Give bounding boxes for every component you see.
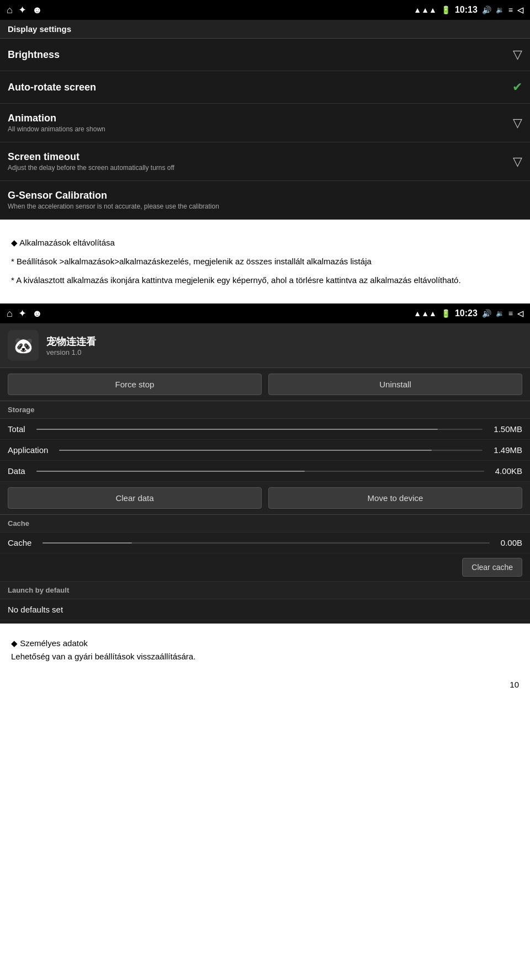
app-icon: 🐼 <box>8 330 39 361</box>
status-bar-bottom: ⌂ ✦ ☻ ▲▲▲ 🔋 10:23 🔊 🔉 ≡ ◁ <box>0 303 530 323</box>
text-section-1: Alkalmazások eltávolítása * Beállítások … <box>0 220 530 303</box>
animation-title: Animation <box>8 113 105 124</box>
home-icon-2: ⌂ <box>7 308 13 319</box>
android-screen-bottom: ⌂ ✦ ☻ ▲▲▲ 🔋 10:23 🔊 🔉 ≡ ◁ 🐼 宠物连连看 versio… <box>0 303 530 624</box>
volume-down-icon: 🔉 <box>496 6 504 14</box>
menu-icon: ≡ <box>508 6 513 14</box>
battery-icon-2: 🔋 <box>441 309 451 318</box>
time-display: 10:13 <box>455 5 478 15</box>
cache-label: Cache <box>8 538 31 547</box>
application-bar <box>59 450 483 451</box>
total-bar <box>36 429 483 430</box>
brightness-title: Brightness <box>8 49 60 61</box>
volume-down-icon-2: 🔉 <box>496 310 504 317</box>
total-value: 1.50MB <box>494 424 522 434</box>
signal-icon: ▲▲▲ <box>414 6 437 14</box>
cache-value: 0.00B <box>501 538 522 547</box>
screen-timeout-title: Screen timeout <box>8 151 174 163</box>
status-icons-right: ▲▲▲ 🔋 10:13 🔊 🔉 ≡ ◁ <box>414 5 523 15</box>
uninstall-button[interactable]: Uninstall <box>268 374 522 395</box>
status-icons-right-2: ▲▲▲ 🔋 10:23 🔊 🔉 ≡ ◁ <box>414 308 523 318</box>
display-settings-title: Display settings <box>0 20 530 39</box>
settings-list: Brightness ▽ Auto-rotate screen ✔ Animat… <box>0 39 530 220</box>
storage-total-row: Total 1.50MB <box>0 419 530 440</box>
screen-timeout-subtitle: Adjust the delay before the screen autom… <box>8 164 174 172</box>
storage-application-row: Application 1.49MB <box>0 440 530 461</box>
storage-section-header: Storage <box>0 401 530 419</box>
data-value: 4.00KB <box>495 466 522 476</box>
menu-icon-2: ≡ <box>508 309 513 318</box>
usb-icon: ✦ <box>18 4 26 16</box>
brightness-item[interactable]: Brightness ▽ <box>0 39 530 71</box>
application-label: Application <box>8 445 48 455</box>
clear-cache-row: Clear cache <box>0 553 530 582</box>
no-defaults-text: No defaults set <box>8 605 63 614</box>
page-number: 10 <box>0 674 530 700</box>
clear-data-move-row: Clear data Move to device <box>0 482 530 515</box>
auto-rotate-checkbox[interactable]: ✔ <box>512 80 522 94</box>
cache-bar <box>43 542 489 544</box>
status-icons-left-2: ⌂ ✦ ☻ <box>7 307 43 319</box>
cache-row: Cache 0.00B <box>0 532 530 553</box>
android-icon: ☻ <box>32 4 43 16</box>
clear-cache-button[interactable]: Clear cache <box>462 558 522 577</box>
auto-rotate-item[interactable]: Auto-rotate screen ✔ <box>0 71 530 104</box>
gsensor-title: G-Sensor Calibration <box>8 190 219 201</box>
section-heading-1: Alkalmazások eltávolítása <box>11 236 519 249</box>
text-para-2: * A kiválasztott alkalmazás ikonjára kat… <box>11 274 519 287</box>
status-icons-left: ⌂ ✦ ☻ <box>7 4 43 16</box>
animation-dropdown-icon: ▽ <box>513 116 522 130</box>
launch-section: Launch by default No defaults set <box>0 582 530 624</box>
app-header: 🐼 宠物连连看 version 1.0 <box>0 323 530 368</box>
bottom-text-section: Személyes adatok Lehetőség van a gyári b… <box>0 624 530 674</box>
animation-subtitle: All window animations are shown <box>8 125 105 133</box>
move-to-device-button[interactable]: Move to device <box>268 487 522 509</box>
gsensor-subtitle: When the acceleration sensor is not accu… <box>8 203 219 210</box>
app-name: 宠物连连看 <box>46 335 96 348</box>
auto-rotate-title: Auto-rotate screen <box>8 82 96 93</box>
volume-up-icon: 🔊 <box>482 6 491 14</box>
back-icon-2: ◁ <box>517 309 523 318</box>
status-bar-top: ⌂ ✦ ☻ ▲▲▲ 🔋 10:13 🔊 🔉 ≡ ◁ <box>0 0 530 20</box>
application-value: 1.49MB <box>494 445 522 455</box>
volume-up-icon-2: 🔊 <box>482 309 491 318</box>
brightness-dropdown-icon: ▽ <box>513 47 522 62</box>
force-stop-button[interactable]: Force stop <box>8 374 262 395</box>
back-icon: ◁ <box>517 6 523 14</box>
gsensor-item[interactable]: G-Sensor Calibration When the accelerati… <box>0 181 530 220</box>
force-stop-uninstall-row: Force stop Uninstall <box>0 368 530 401</box>
bottom-heading: Személyes adatok <box>11 637 519 650</box>
screen-timeout-dropdown-icon: ▽ <box>513 155 522 169</box>
android-icon-2: ☻ <box>32 308 43 319</box>
total-label: Total <box>8 424 25 434</box>
screen-timeout-item[interactable]: Screen timeout Adjust the delay before t… <box>0 142 530 181</box>
launch-section-header: Launch by default <box>0 582 530 599</box>
no-defaults-row: No defaults set <box>0 599 530 620</box>
text-para-1: * Beállítások >alkalmazások>alkalmazáske… <box>11 255 519 268</box>
animation-item[interactable]: Animation All window animations are show… <box>0 104 530 142</box>
app-version: version 1.0 <box>46 348 96 356</box>
time-display-2: 10:23 <box>455 308 478 318</box>
home-icon: ⌂ <box>7 4 13 16</box>
data-label: Data <box>8 466 25 476</box>
android-screen-top: ⌂ ✦ ☻ ▲▲▲ 🔋 10:13 🔊 🔉 ≡ ◁ Display settin… <box>0 0 530 220</box>
battery-icon: 🔋 <box>441 6 451 14</box>
cache-section-header: Cache <box>0 515 530 532</box>
bottom-paragraph: Lehetőség van a gyári beállítások vissza… <box>11 650 519 663</box>
usb-icon-2: ✦ <box>18 307 26 319</box>
data-bar <box>36 471 484 472</box>
signal-icon-2: ▲▲▲ <box>414 309 437 318</box>
storage-data-row: Data 4.00KB <box>0 461 530 482</box>
clear-data-button[interactable]: Clear data <box>8 487 262 509</box>
